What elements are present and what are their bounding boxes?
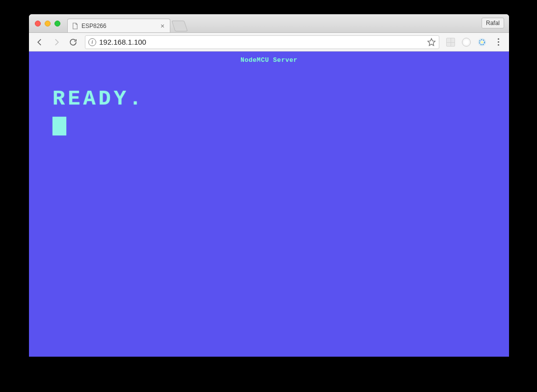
toolbar: i 192.168.1.100 (29, 33, 509, 52)
extension-grid-icon[interactable] (444, 36, 457, 49)
site-info-icon[interactable]: i (88, 38, 96, 46)
browser-window: ESP8266 × Rafal i 192.168.1.100 (29, 14, 509, 357)
svg-point-2 (481, 41, 483, 43)
close-window-button[interactable] (35, 21, 41, 26)
window-controls (29, 21, 60, 26)
file-icon (72, 23, 79, 29)
titlebar: ESP8266 × Rafal (29, 14, 509, 33)
tab-active[interactable]: ESP8266 × (67, 19, 170, 32)
extension-circle-icon[interactable] (460, 36, 473, 49)
menu-button[interactable] (491, 35, 505, 49)
reload-button[interactable] (66, 35, 80, 49)
new-tab-button[interactable] (171, 21, 188, 31)
maximize-window-button[interactable] (54, 21, 60, 26)
page-viewport: NodeMCU Server READY. (29, 52, 509, 357)
tabs-row: ESP8266 × (67, 14, 186, 32)
profile-name: Rafal (486, 20, 500, 26)
back-button[interactable] (33, 35, 47, 49)
terminal-ready-text: READY. (53, 87, 485, 111)
tab-title: ESP8266 (81, 23, 159, 29)
extension-gear-icon[interactable] (476, 36, 488, 49)
url-text[interactable]: 192.168.1.100 (99, 38, 424, 46)
close-tab-icon[interactable]: × (159, 23, 166, 29)
forward-button[interactable] (50, 35, 63, 49)
bookmark-star-icon[interactable] (427, 38, 436, 47)
terminal-area: READY. (29, 64, 509, 135)
page-header: NodeMCU Server (29, 52, 509, 64)
address-bar[interactable]: i 192.168.1.100 (85, 35, 439, 49)
terminal-cursor (53, 117, 66, 135)
profile-button[interactable]: Rafal (482, 18, 504, 28)
minimize-window-button[interactable] (45, 21, 51, 26)
